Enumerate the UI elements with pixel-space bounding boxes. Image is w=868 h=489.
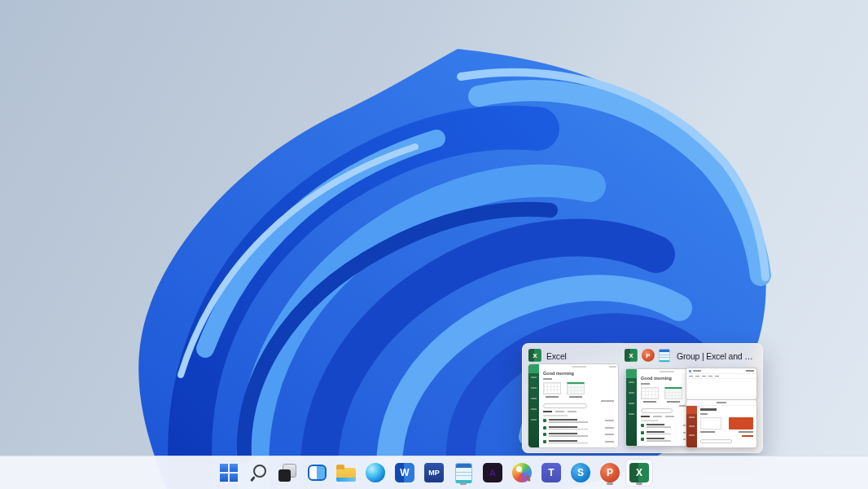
paint-icon bbox=[512, 463, 532, 482]
notepad-menubar bbox=[686, 374, 756, 379]
excel-start-content: Good morning bbox=[539, 369, 618, 447]
taskbar-powerpoint-button[interactable]: P bbox=[596, 459, 624, 487]
recent-file-row bbox=[543, 426, 614, 430]
blank-presentation-card bbox=[700, 417, 721, 430]
excel-window-thumbnail[interactable]: Good morning bbox=[528, 364, 618, 447]
taskbar-start-button[interactable] bbox=[215, 459, 243, 487]
taskbar-file-explorer-button[interactable] bbox=[332, 459, 360, 487]
theme-card bbox=[729, 417, 753, 430]
excel-greeting: Good morning bbox=[641, 376, 692, 381]
powerpoint-icon: P bbox=[642, 349, 655, 363]
taskbar-mp-button[interactable]: MP bbox=[420, 459, 448, 487]
taskbar-paint-button[interactable] bbox=[508, 459, 536, 487]
template-card bbox=[567, 382, 585, 398]
excel-icon: X bbox=[625, 349, 638, 363]
taskbar-word-button[interactable]: W bbox=[391, 459, 419, 487]
excel-preview-header-icons: X bbox=[528, 349, 542, 363]
file-explorer-icon bbox=[336, 468, 356, 482]
search-box bbox=[700, 439, 732, 443]
excel-preview-group: X Excel Good morning bbox=[528, 347, 618, 447]
group-windows-thumbnail[interactable]: Good morning bbox=[625, 364, 756, 447]
window-controls bbox=[609, 366, 616, 368]
recent-file-row bbox=[543, 419, 614, 423]
taskbar-icons: WMPATSPX bbox=[215, 459, 653, 487]
recent-file-row bbox=[543, 440, 614, 444]
taskbar-notepad-button[interactable] bbox=[449, 459, 477, 487]
taskbar-search-button[interactable] bbox=[244, 459, 272, 487]
notepad-icon bbox=[659, 349, 673, 363]
desktop: X Excel Good morning bbox=[0, 0, 868, 489]
group-notepad-window bbox=[686, 368, 756, 399]
taskbar-a-app-button[interactable]: A bbox=[479, 459, 506, 487]
template-cards bbox=[543, 382, 614, 398]
running-indicator bbox=[607, 482, 613, 485]
powerpoint-start-content bbox=[697, 406, 756, 447]
running-indicator bbox=[636, 482, 642, 485]
word-icon: W bbox=[395, 463, 414, 482]
letter-a-app-icon: A bbox=[483, 463, 502, 482]
more-templates-link bbox=[601, 400, 614, 402]
search-box bbox=[543, 403, 587, 408]
excel-start-screen: Good morning bbox=[528, 364, 618, 447]
preview-title: Excel bbox=[546, 351, 618, 361]
powerpoint-titlebar bbox=[686, 400, 756, 406]
preview-title: Group | Excel and 2 ot… bbox=[677, 351, 756, 361]
edge-browser-icon bbox=[366, 463, 385, 482]
powerpoint-greeting-bar bbox=[700, 408, 717, 411]
search-icon bbox=[248, 463, 268, 482]
taskbar: WMPATSPX bbox=[0, 456, 868, 489]
excel-greeting: Good morning bbox=[543, 371, 614, 377]
windows-start-icon bbox=[219, 463, 239, 482]
taskbar-teams-button[interactable]: T bbox=[537, 459, 565, 487]
excel-preview-header: X Excel bbox=[528, 347, 618, 364]
excel-backstage-sidebar bbox=[528, 364, 539, 447]
more-themes-link bbox=[742, 435, 753, 437]
file-list-header bbox=[543, 415, 568, 416]
excel-icon: X bbox=[528, 349, 542, 363]
running-indicator bbox=[460, 482, 467, 485]
task-view-icon bbox=[278, 463, 297, 482]
widgets-icon bbox=[308, 465, 327, 481]
taskbar-widgets-button[interactable] bbox=[303, 459, 331, 487]
taskbar-task-view-button[interactable] bbox=[274, 459, 301, 487]
teams-icon: T bbox=[541, 463, 561, 482]
group-preview-header: XP Group | Excel and 2 ot… bbox=[625, 347, 756, 364]
recent-file-row bbox=[543, 433, 614, 437]
file-tabs bbox=[543, 411, 614, 412]
group-preview-group: XP Group | Excel and 2 ot… Good morning bbox=[625, 347, 756, 447]
window-controls bbox=[746, 370, 754, 372]
skype-icon: S bbox=[571, 463, 590, 482]
taskbar-edge-button[interactable] bbox=[362, 459, 389, 487]
group-preview-header-icons: XP bbox=[625, 349, 673, 363]
blank-workbook-card bbox=[543, 382, 561, 398]
powerpoint-backstage-sidebar bbox=[686, 406, 697, 447]
taskbar-skype-button[interactable]: S bbox=[567, 459, 594, 487]
notepad-titlebar bbox=[686, 368, 756, 374]
taskbar-excel-button[interactable]: X bbox=[625, 459, 653, 487]
mp-app-icon: MP bbox=[424, 463, 444, 482]
group-powerpoint-window bbox=[686, 400, 756, 447]
notepad-icon bbox=[455, 463, 472, 483]
notepad-mini-icon bbox=[689, 370, 691, 372]
powerpoint-icon: P bbox=[600, 463, 620, 482]
new-section-label bbox=[543, 378, 552, 380]
excel-icon: X bbox=[629, 463, 649, 482]
taskbar-preview-flyout: X Excel Good morning bbox=[522, 343, 763, 453]
